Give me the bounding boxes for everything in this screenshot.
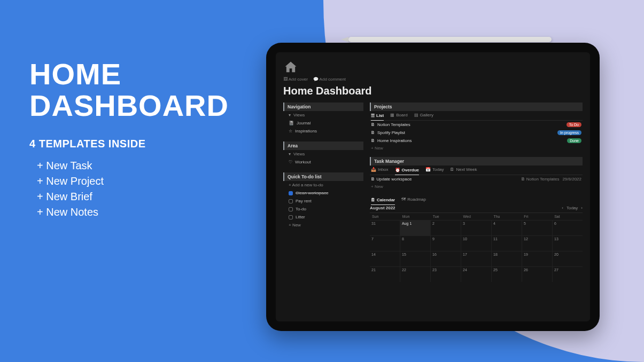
promo-subtitle: 4 TEMPLATES INSIDE (29, 138, 229, 150)
app-screen: 🖼 Add cover 💬 Add comment Home Dashboard… (276, 52, 590, 321)
tab-gallery[interactable]: ▤ Gallery (414, 113, 433, 117)
calendar-week: 21 22 23 24 25 26 27 (370, 266, 583, 282)
navigation-heading: Navigation (283, 103, 363, 111)
todo-item[interactable]: To-do (283, 205, 363, 213)
page-icon: 🗎 (371, 130, 375, 135)
task-heading: Task Manager (370, 157, 583, 166)
nav-item-journal[interactable]: 📓Journal (283, 119, 363, 127)
calendar-cell[interactable]: 2 (430, 221, 461, 235)
new-todo-button[interactable]: + New (283, 221, 363, 229)
calendar-cell[interactable]: 13 (552, 236, 583, 251)
calendar-cell[interactable]: 31 (370, 221, 400, 235)
status-badge: In progress (557, 130, 581, 135)
calendar-cell[interactable]: 11 (491, 236, 522, 251)
calendar-cell[interactable]: 19 (522, 251, 552, 266)
checkbox-icon[interactable] (289, 199, 293, 203)
calendar-cell[interactable]: 17 (461, 251, 491, 266)
tab-inbox[interactable]: 📥 Inbox (371, 167, 389, 172)
todo-item[interactable]: Clean workspace (283, 189, 363, 197)
add-todo-button[interactable]: + Add a new to-do (283, 181, 363, 189)
page-icon: 🗎 (371, 122, 375, 127)
calendar-cell[interactable]: 25 (491, 267, 522, 282)
calendar-cell[interactable]: 21 (370, 267, 400, 282)
projects-block: Projects ☰ List ▦ Board ▤ Gallery 🗎Notio… (370, 103, 583, 152)
calendar-cell[interactable]: 7 (370, 236, 400, 251)
project-row[interactable]: 🗎Notion Templates To Do (370, 121, 583, 129)
home-icon (283, 60, 298, 75)
calendar-cell[interactable]: 22 (400, 267, 430, 282)
calendar-cell[interactable]: 15 (400, 251, 430, 266)
stylus-pencil (348, 37, 552, 42)
calendar-cell[interactable]: Aug 1 (400, 221, 430, 235)
page-icon: 🗎 (371, 138, 375, 143)
tab-next-week[interactable]: 🗓 Next Week (450, 167, 477, 172)
template-item: + New Brief (37, 191, 229, 203)
calendar-cell[interactable]: 5 (522, 221, 552, 235)
status-badge: Done (567, 138, 581, 143)
today-button[interactable]: Today (567, 206, 578, 210)
projects-heading: Projects (370, 103, 583, 111)
calendar-cell[interactable]: 24 (461, 267, 491, 282)
page-actions: 🖼 Add cover 💬 Add comment (283, 77, 583, 82)
calendar-cell[interactable]: 3 (461, 221, 491, 235)
tab-roadmap[interactable]: 🗺 Roadmap (401, 197, 426, 202)
calendar-cell[interactable]: 27 (552, 267, 583, 282)
promo-text: HOME DASHBOARD 4 TEMPLATES INSIDE + New … (29, 59, 229, 222)
next-month-button[interactable]: › (581, 206, 583, 210)
views-toggle[interactable]: ▾ Views (283, 111, 363, 119)
calendar-cell[interactable]: 12 (522, 236, 552, 251)
calendar-cell[interactable]: 18 (491, 251, 522, 266)
checkbox-icon[interactable] (289, 215, 293, 219)
calendar-cell[interactable]: 23 (430, 267, 461, 282)
heart-icon: ♡ (289, 160, 292, 164)
template-item: + New Notes (37, 206, 229, 218)
prev-month-button[interactable]: ‹ (562, 206, 563, 210)
calendar-cell[interactable]: 16 (430, 251, 461, 266)
right-column: Projects ☰ List ▦ Board ▤ Gallery 🗎Notio… (370, 103, 583, 316)
star-icon: ☆ (289, 129, 292, 133)
calendar-cell[interactable]: 9 (430, 236, 461, 251)
add-comment-button[interactable]: 💬 Add comment (313, 77, 346, 82)
checkbox-icon[interactable] (289, 207, 293, 211)
calendar-cell[interactable]: 6 (552, 221, 583, 235)
calendar-tabs: 🗓 Calendar 🗺 Roadmap (370, 195, 583, 204)
calendar-grid: SunMonTueWedThuFriSat 31 Aug 1 2 3 4 5 6 (370, 213, 583, 282)
calendar-week: 14 15 16 17 18 19 20 (370, 251, 583, 266)
task-tabs: 📥 Inbox ⏰ Overdue 📅 Today 🗓 Next Week (370, 166, 583, 175)
todo-block: Quick To-do list + Add a new to-do Clean… (283, 172, 363, 229)
new-project-button[interactable]: + New (370, 145, 583, 152)
todo-item[interactable]: Litter (283, 213, 363, 221)
calendar-cell[interactable]: 26 (522, 267, 552, 282)
tab-overdue[interactable]: ⏰ Overdue (395, 167, 419, 175)
calendar-month: August 2022 (370, 206, 395, 210)
tab-calendar[interactable]: 🗓 Calendar (371, 197, 395, 205)
task-manager-block: Task Manager 📥 Inbox ⏰ Overdue 📅 Today 🗓… (370, 157, 583, 190)
task-row[interactable]: 🗎 Update workspace 🗎 Notion Templates29/… (370, 175, 583, 183)
add-cover-button[interactable]: 🖼 Add cover (283, 77, 308, 82)
tab-list[interactable]: ☰ List (371, 113, 384, 121)
page-icon: 🗎 (371, 177, 375, 182)
promo-title-line2: DASHBOARD (29, 90, 229, 122)
area-views-toggle[interactable]: ▾ Views (283, 150, 363, 158)
tab-board[interactable]: ▦ Board (390, 113, 407, 117)
area-heading: Area (283, 141, 363, 150)
calendar-block: 🗓 Calendar 🗺 Roadmap August 2022 ‹ Today… (370, 195, 583, 282)
navigation-block: Navigation ▾ Views 📓Journal ☆Inspiration… (283, 103, 363, 135)
checkbox-icon[interactable] (289, 191, 293, 195)
calendar-cell[interactable]: 14 (370, 251, 400, 266)
todo-item[interactable]: Pay rent (283, 197, 363, 205)
left-column: Navigation ▾ Views 📓Journal ☆Inspiration… (283, 103, 363, 316)
area-item-workout[interactable]: ♡Workout (283, 158, 363, 166)
project-row[interactable]: 🗎Home Inspirations Done (370, 137, 583, 145)
new-task-button[interactable]: + New (370, 183, 583, 190)
calendar-cell[interactable]: 8 (400, 236, 430, 251)
nav-item-inspirations[interactable]: ☆Inspirations (283, 127, 363, 135)
calendar-cell[interactable]: 20 (552, 251, 583, 266)
calendar-cell[interactable]: 4 (491, 221, 522, 235)
calendar-cell[interactable]: 10 (461, 236, 491, 251)
template-item: + New Project (37, 175, 229, 187)
project-row[interactable]: 🗎Spotify Playlist In progress (370, 129, 583, 137)
tab-today[interactable]: 📅 Today (425, 167, 444, 172)
projects-tabs: ☰ List ▦ Board ▤ Gallery (370, 111, 583, 121)
page-title: Home Dashboard (283, 85, 583, 97)
